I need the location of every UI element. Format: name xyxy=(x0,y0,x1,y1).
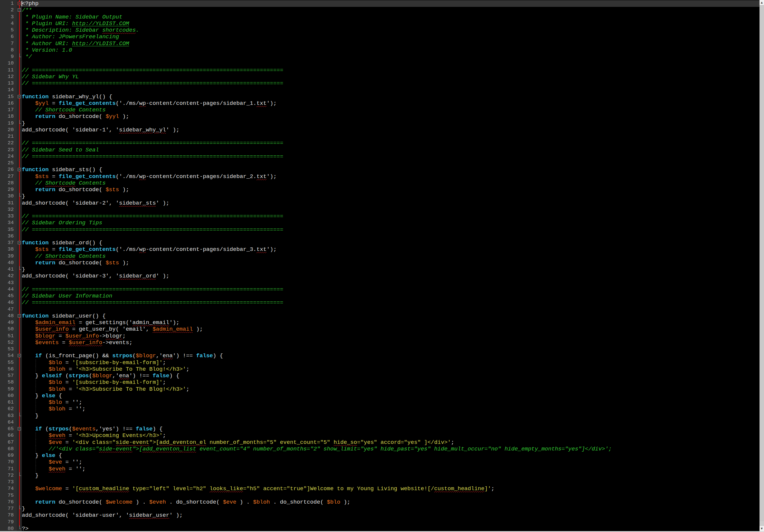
code-text[interactable]: //'<div class="side-event">[add_eventon_… xyxy=(22,446,612,452)
line-number[interactable]: 28 xyxy=(0,180,14,187)
code-text[interactable]: // Shortcode Contents xyxy=(22,107,105,113)
line-number[interactable]: 31 xyxy=(0,200,14,206)
line-number[interactable]: 5 xyxy=(0,27,14,34)
line-number[interactable]: 56 xyxy=(0,366,14,372)
line-number[interactable]: 24 xyxy=(0,153,14,160)
code-line[interactable]: 62 $bloh = ''; xyxy=(0,406,764,412)
code-text[interactable]: add_shortcode( 'sidebar-3', 'sidebar_ord… xyxy=(22,273,169,279)
code-line[interactable]: 38 $sts = file_get_contents('./ms/wp-con… xyxy=(0,246,764,253)
code-text[interactable]: return do_shortcode( $yyl ); xyxy=(22,113,129,120)
line-number[interactable]: 36 xyxy=(0,233,14,239)
line-number[interactable]: 47 xyxy=(0,306,14,313)
line-number[interactable]: 3 xyxy=(0,14,14,20)
code-line[interactable]: 8 * Version: 1.0 xyxy=(0,47,764,54)
code-line[interactable]: 56 $bloh = '<h3>Subscribe To The Blog!</… xyxy=(0,366,764,372)
code-text[interactable]: $blo = '[subscribe-by-email-form]'; xyxy=(22,359,166,366)
code-line[interactable]: 76 return do_shortcode( $welcome ) . $ev… xyxy=(0,499,764,505)
code-line[interactable]: 47 xyxy=(0,306,764,313)
line-number[interactable]: 67 xyxy=(0,439,14,446)
code-text[interactable]: $eve = ''; xyxy=(22,459,82,466)
code-line[interactable]: 58 $blo = '[subscribe-by-email-form]'; xyxy=(0,379,764,386)
code-text[interactable]: add_shortcode( 'sidebar-2', 'sidebar_sts… xyxy=(22,200,169,206)
code-line[interactable]: 60 } else { xyxy=(0,392,764,399)
fold-collapse-icon[interactable] xyxy=(18,168,21,171)
fold-collapse-icon[interactable] xyxy=(18,95,21,98)
code-line[interactable]: 10 xyxy=(0,60,764,66)
line-number[interactable]: 79 xyxy=(0,519,14,525)
code-text[interactable]: // Sidebar Seed to Seal xyxy=(22,147,99,153)
line-number[interactable]: 65 xyxy=(0,426,14,432)
line-number[interactable]: 14 xyxy=(0,87,14,93)
code-line[interactable]: 23// Sidebar Seed to Seal xyxy=(0,147,764,153)
code-line[interactable]: 65 if (strpos($events,'yes') !== false) … xyxy=(0,426,764,432)
code-text[interactable]: if (is_front_page() && strpos($blogr,'en… xyxy=(22,352,223,359)
line-number[interactable]: 70 xyxy=(0,459,14,466)
code-text[interactable]: * Author URI: http://YLDIST.COM xyxy=(22,40,129,47)
line-number[interactable]: 49 xyxy=(0,319,14,326)
code-line[interactable]: 15function sidebar_why_yl() { xyxy=(0,93,764,100)
code-line[interactable]: 52 $events = $user_info->events; xyxy=(0,339,764,346)
code-line[interactable]: 14 xyxy=(0,87,764,93)
code-line[interactable]: 26function sidebar_sts() { xyxy=(0,166,764,173)
code-text[interactable]: } xyxy=(22,472,39,479)
line-number[interactable]: 17 xyxy=(0,107,14,113)
line-number[interactable]: 72 xyxy=(0,472,14,479)
code-line[interactable]: 20add_shortcode( 'sidebar-1', 'sidebar_w… xyxy=(0,127,764,133)
line-number[interactable]: 50 xyxy=(0,326,14,332)
line-number[interactable]: 60 xyxy=(0,392,14,399)
line-number[interactable]: 4 xyxy=(0,20,14,27)
code-line[interactable]: 22// ===================================… xyxy=(0,140,764,146)
line-number[interactable]: 34 xyxy=(0,219,14,226)
line-number[interactable]: 40 xyxy=(0,260,14,266)
code-line[interactable]: 69 } else { xyxy=(0,452,764,459)
code-text[interactable]: // Shortcode Contents xyxy=(22,180,105,187)
fold-collapse-icon[interactable] xyxy=(18,8,21,12)
code-text[interactable]: return do_shortcode( $sts ); xyxy=(22,260,129,266)
line-number[interactable]: 54 xyxy=(0,352,14,359)
line-number[interactable]: 68 xyxy=(0,446,14,452)
code-text[interactable]: function sidebar_why_yl() { xyxy=(22,93,112,100)
code-text[interactable]: } elseif (strpos($blogr,'ena') !== false… xyxy=(22,372,179,379)
code-line[interactable]: 45// Sidebar User Information xyxy=(0,293,764,299)
line-number[interactable]: 9 xyxy=(0,54,14,60)
code-line[interactable]: 74 $welcome = '[custom_headline type="le… xyxy=(0,485,764,492)
code-text[interactable]: function sidebar_ord() { xyxy=(22,239,102,246)
code-line[interactable]: 54 if (is_front_page() && strpos($blogr,… xyxy=(0,352,764,359)
code-text[interactable]: $eveh = ''; xyxy=(22,466,86,472)
line-number[interactable]: 55 xyxy=(0,359,14,366)
code-text[interactable]: } else { xyxy=(22,452,62,459)
code-line[interactable]: 35// ===================================… xyxy=(0,226,764,233)
line-number[interactable]: 15 xyxy=(0,93,14,100)
line-number[interactable]: 2 xyxy=(0,7,14,13)
line-number[interactable]: 48 xyxy=(0,313,14,319)
code-text[interactable]: return do_shortcode( $sts ); xyxy=(22,187,129,193)
code-line[interactable]: 48function sidebar_user() { xyxy=(0,313,764,319)
code-line[interactable]: 40 return do_shortcode( $sts ); xyxy=(0,260,764,266)
line-number[interactable]: 63 xyxy=(0,413,14,419)
code-text[interactable]: * Description: Sidebar shortcodes. xyxy=(22,27,139,34)
line-number[interactable]: 53 xyxy=(0,346,14,352)
code-text[interactable]: // Sidebar User Information xyxy=(22,293,112,299)
line-number[interactable]: 69 xyxy=(0,452,14,459)
code-line[interactable]: 44// ===================================… xyxy=(0,286,764,293)
line-number[interactable]: 57 xyxy=(0,372,14,379)
code-line[interactable]: 64 xyxy=(0,419,764,426)
line-number[interactable]: 45 xyxy=(0,293,14,299)
code-text[interactable]: * Version: 1.0 xyxy=(22,47,72,54)
code-line[interactable]: 4 * Plugin URI: http://YLDIST.COM xyxy=(0,20,764,27)
code-text[interactable]: $welcome = '[custom_headline type="left"… xyxy=(22,485,494,492)
code-line[interactable]: 70 $eve = ''; xyxy=(0,459,764,466)
code-line[interactable]: 37function sidebar_ord() { xyxy=(0,239,764,246)
code-line[interactable]: 25 xyxy=(0,160,764,166)
line-number[interactable]: 32 xyxy=(0,206,14,213)
fold-collapse-icon[interactable] xyxy=(18,314,21,318)
line-number[interactable]: 11 xyxy=(0,67,14,73)
line-number[interactable]: 42 xyxy=(0,273,14,279)
code-line[interactable]: 51 $blogr = $user_info->blogr; xyxy=(0,333,764,339)
code-text[interactable]: // =====================================… xyxy=(22,286,284,293)
code-text[interactable]: $blo = ''; xyxy=(22,399,82,406)
code-line[interactable]: 34// Sidebar Ordering Tips xyxy=(0,219,764,226)
code-line[interactable]: 1<?php xyxy=(0,0,764,7)
code-line[interactable]: 30} xyxy=(0,193,764,200)
code-text[interactable]: $sts = file_get_contents('./ms/wp-conten… xyxy=(22,173,277,180)
